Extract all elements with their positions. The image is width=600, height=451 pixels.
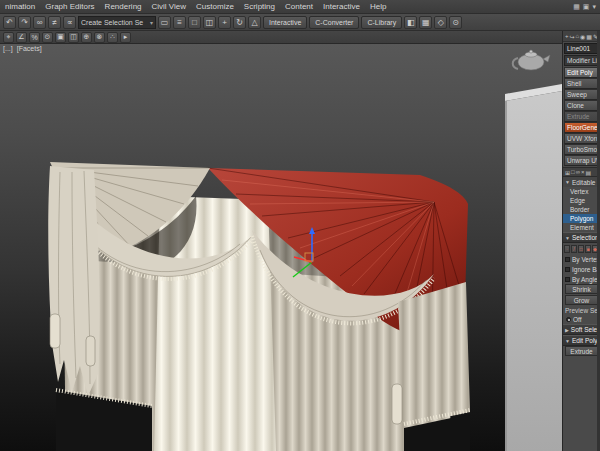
menu-item-civil-view[interactable]: Civil View [147, 0, 192, 14]
scene-explorer-icon[interactable]: ⊗ [94, 32, 105, 43]
undo-icon[interactable]: ↶ [3, 16, 16, 29]
spinner-snap-icon[interactable]: ⊙ [42, 32, 53, 43]
rotate-icon[interactable]: ↻ [233, 16, 246, 29]
rollout-edit-polygons[interactable]: ▼ Edit Polygons [563, 335, 600, 346]
menu-item-help[interactable]: Help [365, 0, 391, 14]
select-and-link-icon[interactable]: ∞ [33, 16, 46, 29]
workspace-icon[interactable]: ▦ [573, 3, 580, 11]
hierarchy-tab-icon[interactable]: ⌂ [575, 33, 579, 39]
stack-toolbar: ⊞ □ ∞ × ▤ [563, 167, 600, 177]
menu-item-content[interactable]: Content [280, 0, 318, 14]
configure-modifier-icon[interactable]: ▤ [585, 169, 591, 176]
curve-editor-icon[interactable]: ∴ [107, 32, 118, 43]
wall-mesh[interactable] [505, 84, 562, 451]
object-name-field[interactable]: Line001 [564, 43, 599, 54]
align-icon[interactable]: ▦ [419, 16, 432, 29]
menu-item-rendering[interactable]: Rendering [100, 0, 147, 14]
menu-item-graph-editors[interactable]: Graph Editors [40, 0, 99, 14]
bind-to-space-warp-icon[interactable]: ∝ [63, 16, 76, 29]
preview-off-radio[interactable]: Off [563, 315, 600, 324]
render-setup-icon[interactable]: ⊙ [449, 16, 462, 29]
vertex-mode-icon[interactable]: ∙ [564, 245, 570, 253]
grow-button[interactable]: Grow [565, 295, 598, 305]
material-editor-icon[interactable]: ◇ [434, 16, 447, 29]
make-unique-icon[interactable]: ∞ [576, 169, 580, 175]
by-angle-checkbox[interactable]: By Angle [563, 274, 600, 284]
stack-uvw-xform[interactable]: UVW Xform [564, 133, 599, 144]
menu-item-animation[interactable]: nimation [0, 0, 40, 14]
shrink-button[interactable]: Shrink [565, 284, 598, 294]
stack-turbosmooth[interactable]: TurboSmooth [564, 144, 599, 155]
viewport[interactable]: [...] [Facets] [0, 44, 562, 451]
selection-set-dropdown[interactable]: Create Selection Se ▾ [78, 16, 156, 29]
pin-stack-icon[interactable]: ⊞ [565, 169, 570, 176]
stack-extrude[interactable]: Extrude [564, 111, 599, 122]
rectangular-region-icon[interactable]: □ [188, 16, 201, 29]
chevron-down-icon: ▾ [150, 19, 153, 26]
scale-icon[interactable]: △ [248, 16, 261, 29]
subobject-border[interactable]: Border [563, 205, 600, 214]
display-tab-icon[interactable]: ▦ [586, 33, 592, 40]
checkbox-icon [565, 277, 570, 282]
curtain-mesh[interactable] [48, 162, 470, 451]
interactive-button[interactable]: Interactive [263, 16, 307, 29]
chevron-down-icon: ▼ [565, 338, 570, 344]
viewport-menu-label[interactable]: [...] [3, 45, 13, 52]
checkbox-icon [565, 257, 570, 262]
teapot-object[interactable] [513, 50, 550, 70]
extrude-button[interactable]: Extrude [565, 346, 598, 356]
move-icon[interactable]: + [218, 16, 231, 29]
c-converter-button[interactable]: C-Converter [309, 16, 359, 29]
subobject-edge[interactable]: Edge [563, 196, 600, 205]
mirror-tool-icon[interactable]: ◫ [68, 32, 79, 43]
layout-switcher-icon[interactable]: ▣ [583, 3, 590, 11]
menu-item-scripting[interactable]: Scripting [239, 0, 280, 14]
create-tab-icon[interactable]: + [565, 33, 569, 39]
menu-item-customize[interactable]: Customize [191, 0, 239, 14]
selection-set-value: Create Selection Se [81, 19, 148, 26]
stack-sweep[interactable]: Sweep [564, 89, 599, 100]
workspace-dropdown-icon[interactable]: ▾ [592, 3, 596, 11]
command-panel-tabs: + ↪ ⌂ ◉ ▦ ✎ [563, 31, 600, 42]
schematic-view-icon[interactable]: ▸ [120, 32, 131, 43]
remove-modifier-icon[interactable]: × [581, 169, 585, 175]
by-vertex-checkbox[interactable]: By Vertex [563, 254, 600, 264]
redo-icon[interactable]: ↷ [18, 16, 31, 29]
snap-toggle-icon[interactable]: ⌖ [3, 32, 14, 43]
percent-snap-icon[interactable]: % [29, 32, 40, 43]
window-corner-icons: ▦ ▣ ▾ [573, 3, 600, 11]
stack-clone[interactable]: Clone [564, 100, 599, 111]
stack-unwrap-uvw[interactable]: Unwrap UVW [564, 155, 599, 166]
show-end-result-icon[interactable]: □ [571, 169, 575, 175]
unlink-selection-icon[interactable]: ≠ [48, 16, 61, 29]
stack-shell[interactable]: Shell [564, 78, 599, 89]
stack-tree-root[interactable]: ▼ Editable Poly [563, 177, 600, 187]
chevron-down-icon: ▼ [565, 235, 570, 241]
menu-item-interactive[interactable]: Interactive [318, 0, 365, 14]
modify-tab-icon[interactable]: ↪ [569, 33, 574, 40]
named-selection-icon[interactable]: ▣ [55, 32, 66, 43]
radio-icon [566, 317, 571, 322]
window-crossing-icon[interactable]: ◫ [203, 16, 216, 29]
select-by-name-icon[interactable]: ≡ [173, 16, 186, 29]
stack-edit-poly[interactable]: Edit Poly [564, 67, 599, 78]
c-library-button[interactable]: C-Library [361, 16, 402, 29]
subobject-vertex[interactable]: Vertex [563, 187, 600, 196]
stack-floorgenerator[interactable]: FloorGenerator [564, 122, 599, 133]
angle-snap-icon[interactable]: ∠ [16, 32, 27, 43]
align-tool-icon[interactable]: ⊕ [81, 32, 92, 43]
viewport-shading-label[interactable]: [Facets] [17, 45, 42, 52]
subobject-polygon[interactable]: Polygon [563, 214, 600, 223]
viewport-label: [...] [Facets] [3, 45, 42, 52]
polygon-mode-icon[interactable]: ■ [585, 245, 591, 253]
motion-tab-icon[interactable]: ◉ [580, 33, 585, 40]
mirror-icon[interactable]: ◧ [404, 16, 417, 29]
select-object-icon[interactable]: ▭ [158, 16, 171, 29]
subobject-element[interactable]: Element [563, 223, 600, 232]
border-mode-icon[interactable]: □ [578, 245, 584, 253]
rollout-selection[interactable]: ▼ Selection [563, 232, 600, 243]
modifier-list-dropdown[interactable]: Modifier List ▾ [564, 55, 599, 66]
ignore-backfacing-checkbox[interactable]: Ignore Backfacing [563, 264, 600, 274]
edge-mode-icon[interactable]: / [571, 245, 577, 253]
rollout-soft-selection[interactable]: ▶ Soft Selection [563, 324, 600, 335]
